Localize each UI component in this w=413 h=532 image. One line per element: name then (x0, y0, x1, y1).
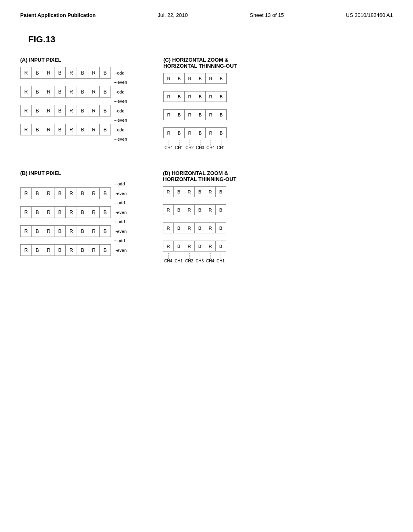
cell: R (43, 86, 54, 98)
section-d-ch-labels: CH4 CH1 CH2 CH3 (163, 253, 236, 263)
cell: B (77, 207, 88, 218)
cell: R (206, 110, 216, 120)
cell: R (21, 67, 32, 79)
section-a-grid-wrapper: R B R B R B R B ···odd ···even (20, 67, 127, 143)
cell: B (216, 187, 226, 197)
cell: B (100, 105, 111, 116)
cell: R (88, 207, 100, 218)
bottom-diagrams-row: (B) INPUT PIXEL ···odd R B R B R (20, 170, 393, 263)
cell: B (195, 205, 205, 215)
section-d-table-row3: R B R B R B (163, 222, 226, 233)
dotted-line (189, 253, 190, 259)
cell: B (100, 188, 111, 199)
header-patent: US 2010/182460 A1 (346, 12, 393, 18)
cell: B (100, 226, 111, 237)
cell: R (66, 124, 77, 135)
cell: R (163, 241, 174, 251)
cell: B (54, 188, 66, 199)
section-a-table-row3: R B R B R B R B (20, 105, 111, 116)
cell: R (206, 73, 216, 84)
cell: B (54, 124, 66, 135)
row-label-b-odd4: ···odd (111, 238, 125, 243)
cell: B (216, 241, 226, 251)
section-b-label: (B) INPUT PIXEL (20, 170, 127, 176)
cell: R (43, 67, 54, 79)
section-a-row-1: R B R B R B R B ···odd (20, 67, 127, 79)
section-a-row-3: R B R B R B R B ···odd (20, 105, 127, 116)
section-c-table-row3: R B R B R B (163, 109, 227, 120)
d-ch-item-ch1-1: CH1 (173, 253, 184, 263)
section-a: (A) INPUT PIXEL R B R B R B R B (20, 57, 127, 143)
cell: B (195, 128, 206, 138)
cell: B (77, 124, 88, 135)
section-b-row-2: R B R B R B R B ···even (20, 206, 127, 218)
section-d-spacer3 (163, 233, 236, 241)
ch-label-ch2: CH2 (186, 145, 194, 150)
cell: R (163, 205, 174, 215)
cell: R (21, 105, 32, 116)
dotted-line (221, 140, 221, 145)
section-c-row-4: R B R B R B (163, 127, 237, 138)
section-c-spacer3 (163, 120, 237, 127)
d-ch-label-ch1: CH1 (175, 259, 183, 263)
row-label-b-even3: ···even (111, 229, 127, 234)
section-d-table-row1: R B R B R B (163, 186, 226, 197)
cell: B (100, 245, 111, 256)
cell: B (77, 188, 88, 199)
section-b-table-row2: R B R B R B R B (20, 206, 111, 218)
ch-label-ch1: CH1 (175, 145, 183, 150)
section-c-row-3: R B R B R B (163, 109, 237, 120)
cell: R (66, 67, 77, 79)
cell: B (54, 105, 66, 116)
section-c-ch-labels: CH4 CH1 CH2 CH3 (163, 140, 237, 150)
header-sheet: Sheet 13 of 15 (250, 12, 284, 18)
cell: B (32, 245, 43, 256)
cell: B (174, 128, 185, 138)
cell: R (164, 91, 174, 102)
d-ch-label-ch4-2: CH4 (206, 259, 214, 263)
cell: B (100, 124, 111, 135)
dotted-line (179, 253, 179, 259)
cell: B (32, 105, 43, 116)
section-d: (D) HORIZONTAL ZOOM & HORIZONTAL THINNIN… (163, 170, 236, 263)
cell: B (32, 188, 43, 199)
cell: R (21, 86, 32, 98)
section-c-row-2: R B R B R B (163, 91, 237, 102)
section-b: (B) INPUT PIXEL ···odd R B R B R (20, 170, 127, 256)
cell: B (100, 67, 111, 79)
cell: B (174, 73, 185, 84)
fig-title: FIG.13 (28, 34, 393, 45)
section-d-row-2: R B R B R B (163, 204, 236, 215)
d-ch-label-ch2: CH2 (185, 259, 193, 263)
cell: R (88, 67, 100, 79)
header-date: Jul. 22, 2010 (158, 12, 188, 18)
cell: B (195, 73, 206, 84)
cell: B (54, 86, 66, 98)
d-ch-item-ch4-2: CH4 (205, 253, 215, 263)
cell: B (77, 67, 88, 79)
row-label-b-even4: ···even (111, 248, 127, 253)
section-c-label: (C) HORIZONTAL ZOOM & HORIZONTAL THINNIN… (163, 57, 237, 69)
section-d-grid-wrapper: R B R B R B R B (163, 186, 236, 263)
section-c-table-row1: R B R B R B (163, 73, 227, 84)
section-b-odd-spacer3: ···odd (20, 218, 127, 225)
section-a-table-row1: R B R B R B R B (20, 67, 111, 79)
cell: R (21, 188, 32, 199)
d-ch-label-ch1-2: CH1 (217, 259, 225, 263)
ch-label-ch4-2: CH4 (206, 145, 215, 150)
spacer-even4: ···even (20, 135, 127, 143)
cell: R (164, 110, 174, 120)
cell: R (163, 187, 174, 197)
section-b-odd-spacer2: ···odd (20, 199, 127, 206)
d-ch-item-ch4-1: CH4 (163, 253, 173, 263)
section-a-table-row2: R B R B R B R B (20, 86, 111, 98)
dotted-line (210, 253, 211, 259)
cell: B (216, 73, 227, 84)
dotted-line (211, 140, 211, 145)
cell: R (184, 187, 195, 197)
cell: R (43, 207, 54, 218)
cell: B (216, 128, 227, 138)
cell: B (32, 67, 43, 79)
section-c-table-row4: R B R B R B (163, 127, 227, 138)
cell: B (54, 207, 66, 218)
